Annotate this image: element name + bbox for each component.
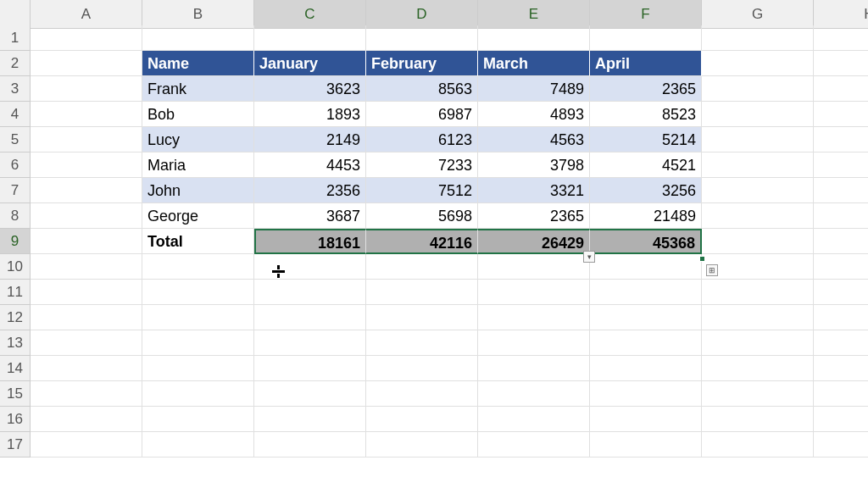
cell-G17[interactable] bbox=[702, 432, 814, 458]
cell-H6[interactable] bbox=[814, 152, 868, 178]
cell-E4[interactable]: 4893 bbox=[478, 102, 590, 127]
cell-C10[interactable] bbox=[254, 254, 366, 280]
cell-D12[interactable] bbox=[366, 305, 478, 330]
cell-H4[interactable] bbox=[814, 102, 868, 127]
cell-E16[interactable] bbox=[478, 407, 590, 432]
col-header-D[interactable]: D bbox=[366, 0, 478, 29]
cell-H5[interactable] bbox=[814, 127, 868, 152]
cell-D10[interactable] bbox=[366, 254, 478, 280]
cell-H11[interactable] bbox=[814, 280, 868, 305]
cell-D16[interactable] bbox=[366, 407, 478, 432]
cell-E13[interactable] bbox=[478, 330, 590, 356]
cell-B5[interactable]: Lucy bbox=[142, 127, 254, 152]
cell-E3[interactable]: 7489 bbox=[478, 76, 590, 102]
cell-C1[interactable] bbox=[254, 25, 366, 51]
col-header-F[interactable]: F bbox=[590, 0, 702, 29]
cell-H17[interactable] bbox=[814, 432, 868, 458]
cell-B12[interactable] bbox=[142, 305, 254, 330]
cell-F15[interactable] bbox=[590, 381, 702, 407]
cell-F14[interactable] bbox=[590, 356, 702, 381]
cell-E15[interactable] bbox=[478, 381, 590, 407]
cell-B9[interactable]: Total bbox=[142, 229, 254, 254]
row-header-17[interactable]: 17 bbox=[0, 432, 31, 458]
cell-C12[interactable] bbox=[254, 305, 366, 330]
row-header-7[interactable]: 7 bbox=[0, 178, 31, 203]
cell-G14[interactable] bbox=[702, 356, 814, 381]
cell-F10[interactable] bbox=[590, 254, 702, 280]
col-header-A[interactable]: A bbox=[31, 0, 142, 29]
cell-E8[interactable]: 2365 bbox=[478, 203, 590, 229]
cell-B10[interactable] bbox=[142, 254, 254, 280]
row-header-2[interactable]: 2 bbox=[0, 51, 31, 76]
cell-B17[interactable] bbox=[142, 432, 254, 458]
cell-F12[interactable] bbox=[590, 305, 702, 330]
cell-G12[interactable] bbox=[702, 305, 814, 330]
cell-A9[interactable] bbox=[31, 229, 142, 254]
row-header-12[interactable]: 12 bbox=[0, 305, 31, 330]
cell-B1[interactable] bbox=[142, 25, 254, 51]
cell-C16[interactable] bbox=[254, 407, 366, 432]
cell-A11[interactable] bbox=[31, 280, 142, 305]
cell-H1[interactable] bbox=[814, 25, 868, 51]
cell-B3[interactable]: Frank bbox=[142, 76, 254, 102]
row-header-14[interactable]: 14 bbox=[0, 356, 31, 381]
cell-A8[interactable] bbox=[31, 203, 142, 229]
cell-D13[interactable] bbox=[366, 330, 478, 356]
cell-A13[interactable] bbox=[31, 330, 142, 356]
cell-H8[interactable] bbox=[814, 203, 868, 229]
cell-B11[interactable] bbox=[142, 280, 254, 305]
cell-D2[interactable]: February bbox=[366, 51, 478, 76]
cell-E9[interactable]: 26429 bbox=[478, 229, 590, 254]
cell-B15[interactable] bbox=[142, 381, 254, 407]
cell-E17[interactable] bbox=[478, 432, 590, 458]
cell-F13[interactable] bbox=[590, 330, 702, 356]
cell-C5[interactable]: 2149 bbox=[254, 127, 366, 152]
cell-C4[interactable]: 1893 bbox=[254, 102, 366, 127]
cell-G11[interactable] bbox=[702, 280, 814, 305]
cell-E10[interactable] bbox=[478, 254, 590, 280]
cell-D1[interactable] bbox=[366, 25, 478, 51]
cell-B16[interactable] bbox=[142, 407, 254, 432]
cell-F4[interactable]: 8523 bbox=[590, 102, 702, 127]
row-header-6[interactable]: 6 bbox=[0, 152, 31, 178]
cell-A12[interactable] bbox=[31, 305, 142, 330]
row-header-13[interactable]: 13 bbox=[0, 330, 31, 356]
row-header-10[interactable]: 10 bbox=[0, 254, 31, 280]
fill-handle[interactable] bbox=[699, 256, 705, 262]
cell-F7[interactable]: 3256 bbox=[590, 178, 702, 203]
row-header-3[interactable]: 3 bbox=[0, 76, 31, 102]
cell-C15[interactable] bbox=[254, 381, 366, 407]
row-header-16[interactable]: 16 bbox=[0, 407, 31, 432]
cell-A2[interactable] bbox=[31, 51, 142, 76]
cell-G9[interactable] bbox=[702, 229, 814, 254]
cell-C13[interactable] bbox=[254, 330, 366, 356]
col-header-G[interactable]: G bbox=[702, 0, 814, 29]
cell-E7[interactable]: 3321 bbox=[478, 178, 590, 203]
cell-D4[interactable]: 6987 bbox=[366, 102, 478, 127]
cell-E2[interactable]: March bbox=[478, 51, 590, 76]
cell-C9[interactable]: 18161 bbox=[254, 229, 366, 254]
cell-A17[interactable] bbox=[31, 432, 142, 458]
cell-D14[interactable] bbox=[366, 356, 478, 381]
cell-H3[interactable] bbox=[814, 76, 868, 102]
cell-H13[interactable] bbox=[814, 330, 868, 356]
cell-A3[interactable] bbox=[31, 76, 142, 102]
cell-C2[interactable]: January bbox=[254, 51, 366, 76]
cell-C14[interactable] bbox=[254, 356, 366, 381]
cell-G6[interactable] bbox=[702, 152, 814, 178]
cell-B7[interactable]: John bbox=[142, 178, 254, 203]
cell-F16[interactable] bbox=[590, 407, 702, 432]
cell-A15[interactable] bbox=[31, 381, 142, 407]
cell-B4[interactable]: Bob bbox=[142, 102, 254, 127]
cell-F6[interactable]: 4521 bbox=[590, 152, 702, 178]
cell-C11[interactable] bbox=[254, 280, 366, 305]
cell-F3[interactable]: 2365 bbox=[590, 76, 702, 102]
cell-H9[interactable] bbox=[814, 229, 868, 254]
col-header-C[interactable]: C bbox=[254, 0, 366, 29]
cell-C8[interactable]: 3687 bbox=[254, 203, 366, 229]
cell-G7[interactable] bbox=[702, 178, 814, 203]
select-all-corner[interactable] bbox=[0, 0, 31, 29]
cell-E6[interactable]: 3798 bbox=[478, 152, 590, 178]
row-header-1[interactable]: 1 bbox=[0, 25, 31, 51]
cell-A5[interactable] bbox=[31, 127, 142, 152]
